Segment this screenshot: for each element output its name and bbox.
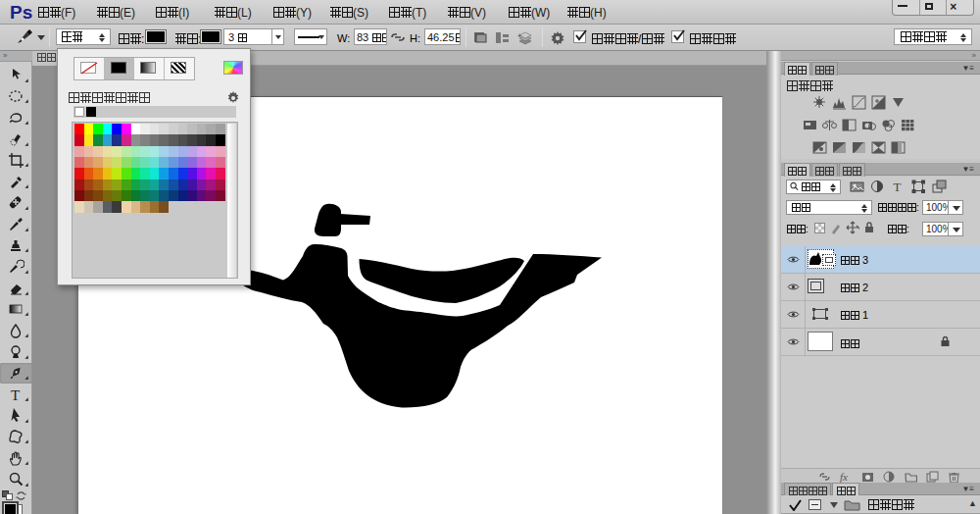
svg-text:T: T (11, 387, 20, 403)
svg-text:T: T (894, 180, 902, 194)
svg-text:fx: fx (840, 471, 848, 483)
svg-text:+: + (517, 32, 521, 39)
